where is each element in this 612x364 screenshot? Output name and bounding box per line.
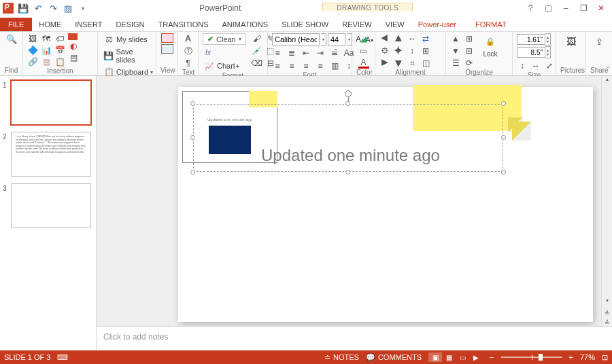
insert-stamp-icon[interactable]: 🏷 bbox=[54, 33, 65, 44]
selection-pane-icon[interactable]: ☰ bbox=[450, 58, 461, 69]
share-button[interactable] bbox=[590, 33, 608, 50]
same-width-icon[interactable]: ↔ bbox=[530, 60, 541, 71]
slideshow-view-icon[interactable]: ▶ bbox=[469, 352, 483, 362]
indent-inc-icon[interactable]: ⇥ bbox=[315, 48, 326, 58]
vertical-scrollbar[interactable]: ▴ ▾ ≙ ≚ bbox=[601, 76, 612, 326]
height-spinner[interactable]: ▴▾ bbox=[545, 33, 551, 46]
align-left-icon[interactable]: ≡ bbox=[272, 60, 283, 71]
thumbnail-2-preview[interactable]: …is a library of over 5,000,000 files an… bbox=[11, 132, 91, 177]
zoom-value[interactable]: 77% bbox=[580, 353, 595, 361]
width-spinner[interactable]: ▴▾ bbox=[545, 46, 551, 58]
my-slides-button[interactable]: My slides bbox=[102, 33, 154, 46]
columns-icon[interactable]: ▥ bbox=[329, 60, 340, 71]
spellcheck-icon[interactable]: ⌨ bbox=[57, 353, 68, 362]
group-icon[interactable]: ⊞ bbox=[464, 33, 475, 44]
collapse-ribbon-icon[interactable]: ˆ bbox=[607, 67, 609, 74]
chart-plus-button[interactable]: Chart+ bbox=[203, 60, 246, 72]
tab-power-user[interactable]: Power-user bbox=[411, 18, 463, 31]
resize-handle-s[interactable] bbox=[345, 170, 350, 175]
text3-icon[interactable]: ¶ bbox=[183, 58, 194, 69]
scroll-up-icon[interactable]: ▴ bbox=[602, 76, 612, 86]
text-icon[interactable] bbox=[183, 33, 194, 44]
align-obj-middle-icon[interactable]: ⯌ bbox=[393, 46, 404, 56]
same-size-icon[interactable]: ⊞ bbox=[420, 46, 431, 56]
start-slideshow-icon[interactable]: ▧ bbox=[63, 3, 73, 14]
thumbnail-1[interactable]: 1 bbox=[3, 80, 92, 125]
insert-icons-icon[interactable]: 🔷 bbox=[27, 45, 38, 56]
resize-handle-e[interactable] bbox=[501, 135, 506, 140]
reading-view-icon[interactable]: ▭ bbox=[456, 352, 469, 362]
tab-design[interactable]: DESIGN bbox=[109, 18, 151, 31]
distribute-h-icon[interactable]: ↔ bbox=[407, 33, 418, 44]
save-icon[interactable]: 💾 bbox=[18, 3, 29, 14]
insert-chart-icon[interactable]: 📊 bbox=[41, 45, 52, 56]
thumbnail-2[interactable]: 2 …is a library of over 5,000,000 files … bbox=[3, 132, 92, 177]
zoom-out-icon[interactable]: − bbox=[490, 353, 494, 361]
zoom-in-icon[interactable]: + bbox=[569, 353, 573, 361]
fit-to-window-icon[interactable]: ⊡ bbox=[602, 353, 608, 362]
distribute-v-icon[interactable]: ↕ bbox=[407, 46, 418, 56]
insert-diagram-icon[interactable]: 🔗 bbox=[27, 56, 38, 67]
shape-height-input[interactable] bbox=[517, 34, 545, 45]
lock-button[interactable]: Lock bbox=[477, 33, 503, 58]
bring-forward-icon[interactable]: ▲ bbox=[450, 33, 461, 44]
bullets-icon[interactable]: ≡ bbox=[272, 48, 283, 58]
rotation-handle[interactable] bbox=[345, 90, 352, 97]
view-thumb-icon[interactable] bbox=[161, 33, 173, 43]
thumbnail-3[interactable]: 3 bbox=[3, 183, 92, 228]
insert-qr-icon[interactable]: ▤ bbox=[68, 52, 79, 63]
font-size-input[interactable] bbox=[328, 33, 345, 46]
tab-insert[interactable]: INSERT bbox=[68, 18, 109, 31]
view-normal-icon[interactable] bbox=[161, 44, 173, 54]
close-button[interactable]: ✕ bbox=[596, 3, 607, 13]
insert-progress-icon[interactable]: ◐ bbox=[68, 41, 79, 52]
zoom-slider-thumb[interactable] bbox=[539, 354, 543, 361]
tab-slide-show[interactable]: SLIDE SHOW bbox=[275, 18, 335, 31]
thumbnail-1-preview[interactable] bbox=[11, 80, 91, 125]
dock-icon[interactable]: ◫ bbox=[420, 58, 431, 69]
eraser-icon[interactable]: ⌫ bbox=[252, 58, 262, 69]
align-obj-left-icon[interactable]: ⯇ bbox=[379, 33, 390, 44]
next-slide-icon[interactable]: ≚ bbox=[602, 319, 612, 326]
same-height-icon[interactable]: ↕ bbox=[517, 60, 528, 71]
indent-dec-icon[interactable]: ⇤ bbox=[301, 48, 311, 58]
qat-customize-icon[interactable]: ▾ bbox=[78, 3, 88, 14]
ungroup-icon[interactable]: ⊟ bbox=[464, 46, 475, 56]
undo-icon[interactable]: ↶ bbox=[33, 3, 44, 14]
slide[interactable]: Updated one minute ago Updated one minut… bbox=[178, 87, 593, 322]
align-obj-top-icon[interactable]: ⯅ bbox=[393, 33, 404, 44]
selected-text-box[interactable]: Updated one minute ago bbox=[193, 104, 503, 172]
restore-button[interactable]: ❐ bbox=[578, 3, 589, 13]
resize-handle-w[interactable] bbox=[190, 135, 195, 140]
line-spacing-icon[interactable]: ≡̂ bbox=[329, 48, 340, 58]
tab-view[interactable]: VIEW bbox=[379, 18, 411, 31]
swap-icon[interactable]: ⇄ bbox=[420, 33, 431, 44]
find-icon[interactable] bbox=[6, 33, 17, 44]
clean-button[interactable]: ✔Clean▾ bbox=[203, 33, 246, 45]
fit-icon[interactable]: ⤢ bbox=[544, 60, 555, 71]
insert-map-icon[interactable]: 🗺 bbox=[41, 33, 52, 44]
thumbnail-3-preview[interactable] bbox=[11, 183, 91, 228]
align-center-icon[interactable]: ≡ bbox=[286, 60, 297, 71]
paintbrush-icon[interactable]: 🖌 bbox=[252, 33, 262, 44]
eyedropper-icon[interactable]: 💉 bbox=[252, 46, 262, 56]
font-name-dropdown[interactable]: ▾ bbox=[321, 33, 326, 46]
resize-handle-nw[interactable] bbox=[190, 101, 195, 106]
fx-icon[interactable] bbox=[203, 47, 214, 58]
tab-transitions[interactable]: TRANSITIONS bbox=[152, 18, 216, 31]
shape-width-input[interactable] bbox=[517, 47, 545, 58]
minimize-button[interactable]: – bbox=[560, 3, 571, 13]
snap-icon[interactable]: ⌗ bbox=[407, 58, 418, 69]
send-backward-icon[interactable]: ▼ bbox=[450, 46, 461, 56]
numbering-icon[interactable]: ≣ bbox=[286, 48, 297, 58]
save-slides-button[interactable]: 💾Save slides bbox=[102, 47, 154, 65]
insert-sticky-icon[interactable]: ▦ bbox=[41, 56, 52, 67]
shape-fill-icon[interactable]: ◢ bbox=[358, 33, 369, 44]
insert-calendar-icon[interactable]: 📅 bbox=[54, 45, 65, 56]
align-obj-center-icon[interactable]: ⯐ bbox=[379, 46, 390, 56]
insert-summary-icon[interactable] bbox=[68, 33, 78, 40]
resize-handle-ne[interactable] bbox=[501, 101, 506, 106]
help-button[interactable]: ? bbox=[525, 3, 536, 13]
justify-icon[interactable]: ≡ bbox=[315, 60, 326, 71]
resize-handle-n[interactable] bbox=[345, 101, 350, 106]
